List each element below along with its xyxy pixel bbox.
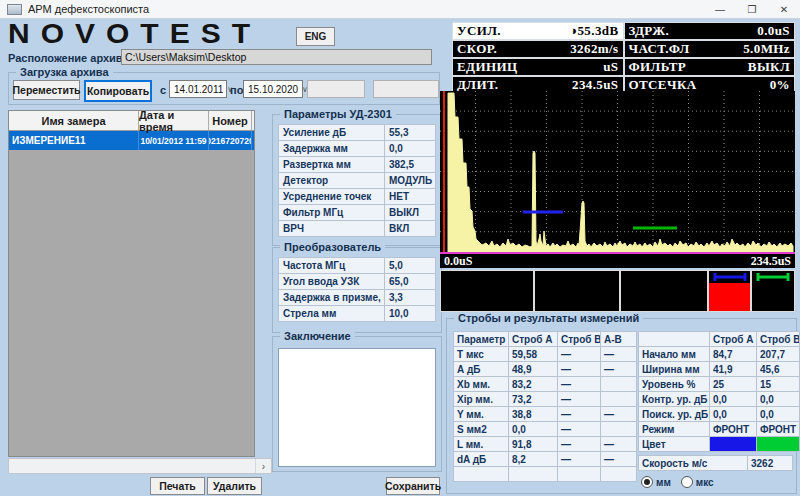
date-from-picker[interactable]: 14.01.2011 ∨ bbox=[169, 80, 227, 98]
unit-radio-мкс[interactable]: мкс bbox=[681, 476, 714, 488]
table-cell: Y мм. bbox=[454, 407, 509, 422]
param-value: ВКЛ bbox=[385, 221, 435, 236]
table-cell: — bbox=[558, 422, 601, 437]
column-header[interactable]: Имя замера bbox=[9, 111, 139, 130]
transducer-title: Преобразователь bbox=[280, 241, 385, 253]
param-value: ВЫКЛ bbox=[385, 205, 435, 220]
close-button[interactable]: ✕ bbox=[768, 0, 800, 18]
move-button[interactable]: Переместить bbox=[13, 80, 80, 100]
table-cell[interactable]: 10/01/2012 11:59 bbox=[139, 131, 209, 150]
scale-right-value: 234.5uS bbox=[751, 254, 791, 269]
param-label: Задержка в призме, мкс bbox=[279, 290, 384, 305]
app-window: АРМ дефекстоскописта — ❐ ✕ NOVOTEST ENG … bbox=[0, 0, 800, 496]
table-cell: 25 bbox=[710, 377, 757, 392]
speed-table: Скорость м/с3262 bbox=[638, 455, 793, 471]
table-cell: — bbox=[558, 392, 601, 407]
table-row: S мм20,0— bbox=[454, 422, 637, 437]
table-row-selected[interactable]: ИЗМЕРЕНИЕ1110/01/2012 11:590216720720 bbox=[9, 131, 254, 150]
table-cell: 207,7 bbox=[757, 347, 800, 362]
table-cell[interactable]: ИЗМЕРЕНИЕ11 bbox=[9, 131, 139, 150]
column-header[interactable]: Номер bbox=[209, 111, 252, 130]
date-from-label: с bbox=[160, 84, 166, 96]
table-cell bbox=[601, 392, 637, 407]
results-table: ПараметрСтроб АСтроб ВА-ВТ мкс59,58——А д… bbox=[453, 331, 637, 482]
screen-param-4: ЧАСТ.ФЛ5.0MHz bbox=[625, 41, 795, 57]
table-cell: 0,0 bbox=[710, 407, 757, 422]
table-cell: — bbox=[601, 362, 637, 377]
table-cell: Цвет bbox=[639, 437, 710, 452]
screen-param-value: uS bbox=[603, 59, 618, 75]
table-cell: — bbox=[558, 347, 601, 362]
date-to-picker[interactable]: 15.10.2020 ∨ bbox=[243, 80, 303, 98]
delete-button[interactable]: Удалить bbox=[207, 477, 262, 495]
strobes-group: Стробы и результаты измерений ПараметрСт… bbox=[446, 318, 797, 494]
radio-icon[interactable] bbox=[681, 476, 693, 488]
param-label: Угол ввода УЗК bbox=[279, 274, 384, 289]
column-header: А-В bbox=[601, 332, 637, 347]
table-cell: 8,2 bbox=[509, 452, 558, 467]
table-cell: А дБ bbox=[454, 362, 509, 377]
date-to-label: по bbox=[230, 84, 243, 96]
ascan-waveform bbox=[440, 91, 795, 252]
horizontal-scrollbar[interactable]: › bbox=[8, 458, 272, 474]
disabled-field-1 bbox=[307, 80, 365, 98]
table-cell: — bbox=[558, 407, 601, 422]
table-row: Поиск. ур. дБ0,00,0 bbox=[639, 407, 800, 422]
table-cell: 83,2 bbox=[509, 377, 558, 392]
conclusion-textarea[interactable] bbox=[278, 348, 436, 467]
table-cell: ФРОНТ bbox=[757, 422, 800, 437]
date-to-value: 15.10.2020 bbox=[248, 84, 298, 95]
table-cell: 84,7 bbox=[710, 347, 757, 362]
table-cell: Т мкс bbox=[454, 347, 509, 362]
measurements-table-header: Имя замераДата и времяНомер bbox=[9, 111, 254, 131]
table-row: Xip мм.73,2— bbox=[454, 392, 637, 407]
table-cell: 59,58 bbox=[509, 347, 558, 362]
scale-left-value: 0.0uS bbox=[444, 254, 472, 269]
table-cell: — bbox=[601, 347, 637, 362]
screen-param-5: ЕДИНИЦuS bbox=[453, 59, 623, 75]
radio-icon[interactable] bbox=[641, 476, 653, 488]
table-cell: 0,0 bbox=[757, 392, 800, 407]
table-cell: Скорость м/с bbox=[639, 456, 748, 471]
signal-trace bbox=[448, 93, 793, 252]
table-cell: — bbox=[558, 452, 601, 467]
screen-footer-cells bbox=[440, 270, 795, 312]
time-scale-bar: 0.0uS 234.5uS bbox=[440, 252, 795, 268]
table-cell: — bbox=[558, 362, 601, 377]
measurements-table[interactable]: Имя замераДата и времяНомер ИЗМЕРЕНИЕ111… bbox=[8, 110, 255, 457]
device-screen: УСИЛ.◑55.3dBЗДРЖ.0.0uSСКОР.3262m/sЧАСТ.Ф… bbox=[440, 22, 795, 312]
table-cell: ФРОНТ bbox=[710, 422, 757, 437]
table-row bbox=[454, 467, 637, 482]
param-value: 5,0 bbox=[385, 258, 435, 273]
print-button[interactable]: Печать bbox=[150, 477, 205, 495]
column-header: Строб В bbox=[757, 332, 800, 347]
language-button[interactable]: ENG bbox=[296, 27, 335, 46]
minimize-button[interactable]: — bbox=[704, 0, 736, 18]
save-button[interactable]: Сохранить bbox=[386, 477, 440, 495]
archive-location-input[interactable]: C:\Users\Maksim\Desktop bbox=[121, 49, 432, 65]
param-value: НЕТ bbox=[385, 189, 435, 204]
footer-cell-3 bbox=[621, 271, 707, 311]
archive-load-group: Загрузка архива Переместить Копировать с… bbox=[8, 72, 440, 105]
table-cell bbox=[601, 467, 637, 482]
param-value: МОДУЛЬ bbox=[385, 173, 435, 188]
table-row: Y мм.38,8—— bbox=[454, 407, 637, 422]
column-header bbox=[639, 332, 710, 347]
unit-radio-мм[interactable]: мм bbox=[641, 476, 671, 488]
copy-button[interactable]: Копировать bbox=[84, 80, 152, 102]
param-label: Развертка мм bbox=[279, 157, 384, 172]
table-cell: Контр. ур. дБ bbox=[639, 392, 710, 407]
table-cell[interactable]: 0216720720 bbox=[209, 131, 252, 150]
maximize-button[interactable]: ❐ bbox=[736, 0, 768, 18]
alarm-indicator bbox=[709, 283, 750, 311]
strobe-b-indicator bbox=[752, 283, 794, 311]
param-label: Усреднение точек bbox=[279, 189, 384, 204]
table-cell: S мм2 bbox=[454, 422, 509, 437]
titlebar: АРМ дефекстоскописта — ❐ ✕ bbox=[0, 0, 800, 19]
footer-cell-1 bbox=[441, 271, 533, 311]
table-cell: — bbox=[558, 437, 601, 452]
table-row: А дБ48,9—— bbox=[454, 362, 637, 377]
scroll-right-icon[interactable]: › bbox=[255, 459, 271, 473]
table-cell: 48,9 bbox=[509, 362, 558, 377]
column-header[interactable]: Дата и время bbox=[139, 111, 209, 130]
